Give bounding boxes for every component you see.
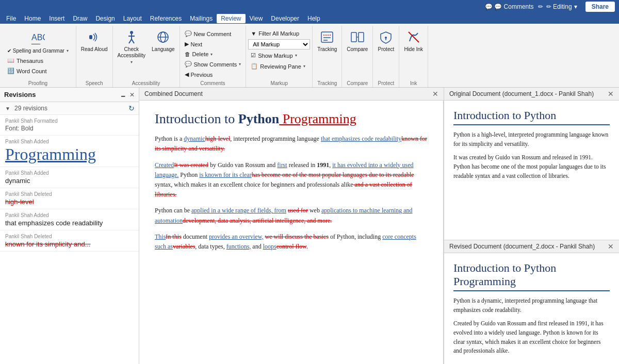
menu-file[interactable]: File: [2, 14, 20, 23]
next-btn[interactable]: ▶ Next: [182, 39, 244, 49]
combined-doc-close[interactable]: ✕: [432, 90, 438, 98]
refresh-icon[interactable]: ↻: [128, 104, 135, 112]
tracking-button[interactable]: Tracking: [315, 27, 339, 54]
svg-rect-15: [351, 32, 356, 42]
menu-mailings[interactable]: Mailings: [186, 14, 217, 23]
tracking-icon: [319, 29, 335, 45]
del-become: has become one of the most popular langu…: [252, 171, 414, 178]
revised-doc-content[interactable]: Introduction to Python Programming Pytho…: [444, 253, 619, 365]
word-count-btn[interactable]: 🔢 Word Count: [5, 66, 71, 76]
menu-bar: File Home Insert Draw Design Layout Refe…: [0, 13, 619, 24]
del-discuss: we will discuss the basics: [265, 233, 329, 240]
menu-references[interactable]: References: [146, 14, 186, 23]
title-bar: 💬 💬 Comments ✏ ✏ Editing ▾ Share: [0, 0, 619, 13]
revision-author: Pankil Shah Added: [5, 139, 134, 144]
doc-para-4: ThisIn this document provides an overvie…: [155, 232, 428, 252]
center-panel: Combined Document ✕ Introduction to Pyth…: [139, 88, 444, 364]
collapse-icon[interactable]: ▼: [4, 105, 11, 112]
ins-this: This: [155, 233, 166, 240]
menu-insert[interactable]: Insert: [45, 14, 69, 23]
thesaurus-label: Thesaurus: [17, 58, 43, 64]
combined-doc-title: Combined Document: [144, 90, 203, 97]
show-markup-label: Show Markup: [258, 53, 292, 59]
doc-content-area: Introduction to Python Programming Pytho…: [139, 101, 443, 268]
previous-btn[interactable]: ◀ Previous: [182, 70, 244, 79]
revision-author: Pankil Shah Deleted: [5, 191, 134, 197]
share-button[interactable]: Share: [585, 2, 615, 12]
svg-rect-11: [321, 32, 333, 42]
revision-item: Pankil Shah Added that emphasizes code r…: [0, 209, 139, 230]
revision-content-added: dynamic: [5, 177, 134, 185]
doc-para-3: Python can be applied in a wide range of…: [155, 206, 428, 225]
ins-applied: applied in a wide range of fields, from: [191, 207, 286, 214]
menu-design[interactable]: Design: [91, 14, 119, 23]
hide-ink-icon: [405, 29, 422, 45]
language-icon: [155, 29, 171, 45]
protect-button[interactable]: Protect: [375, 27, 397, 54]
proofing-label: Proofing: [2, 79, 74, 87]
original-doc-content[interactable]: Introduction to Python Python is a high-…: [444, 101, 619, 240]
menu-home[interactable]: Home: [20, 14, 45, 23]
doc-para-1: Python is a dynamichigh-level, interpret…: [155, 134, 428, 154]
reviewing-pane-btn[interactable]: 📋 Reviewing Pane ▾: [248, 61, 310, 71]
menu-developer[interactable]: Developer: [267, 14, 303, 23]
thesaurus-icon: 📖: [7, 57, 14, 64]
new-comment-btn[interactable]: 💬 New Comment: [182, 29, 244, 39]
read-aloud-button[interactable]: Read Aloud: [78, 27, 110, 54]
del-vast: and a vast collection of libraries.: [155, 181, 412, 198]
spelling-grammar-button[interactable]: ABC___ ✔ Spelling and Grammar ▾ 📖 Thesau…: [2, 27, 74, 77]
revision-item: Pankil Shah Added dynamic: [0, 167, 139, 188]
reviewing-pane-icon: 📋: [251, 63, 258, 70]
previous-label: Previous: [191, 72, 213, 78]
comments-button[interactable]: 💬 💬 Comments: [485, 3, 533, 10]
compare-button[interactable]: Compare: [344, 27, 370, 54]
menu-draw[interactable]: Draw: [69, 14, 91, 23]
previous-icon: ◀: [185, 71, 189, 78]
check-accessibility-button[interactable]: CheckAccessibility ▾: [115, 27, 148, 66]
ink-group-label: Ink: [401, 79, 426, 87]
speech-label: Speech: [78, 79, 110, 87]
original-para-2: It was created by Guido van Rossum and r…: [453, 153, 610, 180]
close-revisions-icon[interactable]: ✕: [129, 91, 135, 98]
minimize-icon[interactable]: 🗕: [120, 91, 126, 98]
reviewing-pane-label: Reviewing Pane: [260, 63, 301, 70]
new-comment-label: New Comment: [194, 31, 232, 37]
ribbon-group-speech: Read Aloud Speech: [76, 26, 113, 87]
language-button[interactable]: Language: [149, 27, 177, 54]
show-comments-btn[interactable]: 💬 Show Comments ▾: [182, 59, 244, 69]
ribbon-group-accessibility: CheckAccessibility ▾ Language Accessibil…: [113, 26, 180, 87]
show-comments-label: Show Comments: [194, 61, 237, 68]
revised-doc-title: Revised Document (document_2.docx - Pank…: [449, 243, 595, 250]
menu-review[interactable]: Review: [217, 14, 245, 23]
ins-provides: provides an overview,: [209, 233, 264, 240]
editing-indicator[interactable]: ✏ ✏ Editing ▾: [538, 3, 577, 10]
tracking-group-label: Tracking: [315, 79, 339, 87]
accessibility-arrow: ▾: [131, 60, 133, 64]
menu-help[interactable]: Help: [303, 14, 324, 23]
revisions-controls: 🗕 ✕: [120, 91, 135, 98]
revisions-header: Revisions 🗕 ✕: [0, 88, 139, 102]
all-markup-select[interactable]: All Markup Simple Markup No Markup Origi…: [248, 39, 310, 49]
revised-title: Introduction to Python Programming: [453, 261, 610, 292]
show-markup-icon: ☑: [251, 52, 256, 59]
ribbon-group-tracking: Tracking Tracking: [313, 26, 342, 87]
revision-item: Pankil Shah Deleted high-level: [0, 188, 139, 209]
compare-label: Compare: [347, 46, 368, 53]
show-markup-btn[interactable]: ☑ Show Markup ▾: [248, 51, 310, 60]
svg-point-3: [130, 31, 133, 34]
menu-layout[interactable]: Layout: [119, 14, 146, 23]
hide-ink-label: Hide Ink: [404, 46, 423, 53]
original-doc-close[interactable]: ✕: [608, 90, 614, 98]
hide-ink-button[interactable]: Hide Ink: [401, 27, 426, 54]
combined-doc-content[interactable]: Introduction to Python Programming Pytho…: [139, 101, 444, 364]
filter-all-markup-btn[interactable]: ▼ Filter All Markup: [248, 29, 310, 38]
thesaurus-btn[interactable]: 📖 Thesaurus: [5, 56, 71, 65]
accessibility-icon: [123, 29, 140, 45]
revised-doc-close[interactable]: ✕: [608, 242, 614, 251]
spelling-btn[interactable]: ✔ Spelling and Grammar ▾: [5, 46, 71, 55]
menu-view[interactable]: View: [246, 14, 267, 23]
next-label: Next: [191, 41, 203, 47]
delete-btn[interactable]: 🗑 Delete ▾: [182, 49, 244, 59]
read-aloud-icon: [86, 29, 103, 45]
revision-item: Pankil Shah Added Programming: [0, 136, 139, 167]
